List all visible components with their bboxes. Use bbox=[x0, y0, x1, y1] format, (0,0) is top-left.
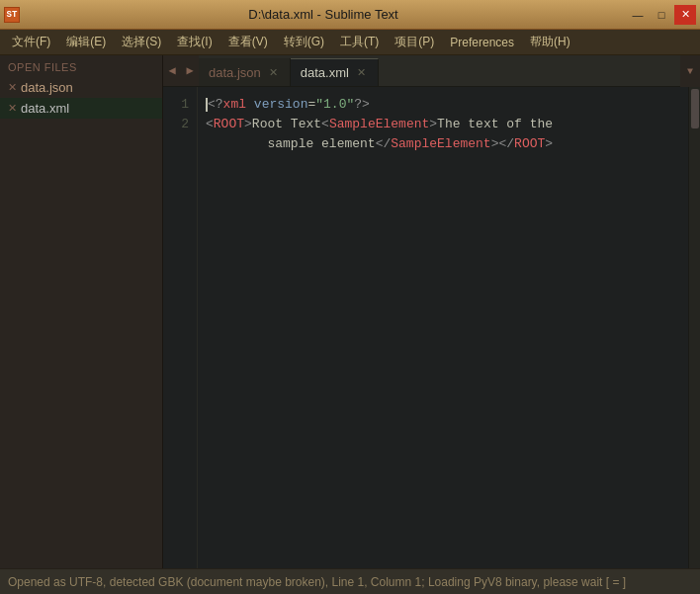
editor-area: ◀ ▶ data.json✕data.xml✕▼ 1 2 <?xml versi… bbox=[163, 55, 700, 568]
menu-item-f[interactable]: 文件(F) bbox=[4, 32, 58, 52]
code-line-1: <?xml version="1.0"?> bbox=[206, 95, 680, 115]
sidebar: OPEN FILES ✕data.json✕data.xml bbox=[0, 55, 163, 568]
tab-bar: ◀ ▶ data.json✕data.xml✕▼ bbox=[163, 55, 700, 87]
line-numbers: 1 2 bbox=[163, 87, 198, 568]
sidebar-file-data-json[interactable]: ✕data.json bbox=[0, 77, 162, 98]
window-title: D:\data.xml - Sublime Text bbox=[20, 7, 627, 22]
tab-nav-left[interactable]: ◀ bbox=[163, 55, 181, 86]
menu-item-e[interactable]: 编辑(E) bbox=[58, 32, 114, 52]
window-controls: — □ ✕ bbox=[627, 5, 696, 25]
menu-item-p[interactable]: 项目(P) bbox=[387, 32, 442, 52]
open-files-header: OPEN FILES bbox=[0, 55, 162, 77]
app-icon-text: ST bbox=[7, 10, 18, 20]
status-bar: Opened as UTF-8, detected GBK (document … bbox=[0, 568, 700, 594]
tab-nav-right[interactable]: ▶ bbox=[181, 55, 199, 86]
tab-label: data.xml bbox=[301, 65, 349, 80]
menu-item-g[interactable]: 转到(G) bbox=[276, 32, 332, 52]
file-close-icon[interactable]: ✕ bbox=[8, 102, 17, 115]
menu-item-s[interactable]: 选择(S) bbox=[114, 32, 169, 52]
maximize-button[interactable]: □ bbox=[651, 5, 672, 25]
main-layout: OPEN FILES ✕data.json✕data.xml ◀ ▶ data.… bbox=[0, 55, 700, 568]
menu-bar: 文件(F)编辑(E)选择(S)查找(I)查看(V)转到(G)工具(T)项目(P)… bbox=[0, 30, 700, 55]
sidebar-file-label: data.json bbox=[21, 80, 73, 95]
title-bar: ST D:\data.xml - Sublime Text — □ ✕ bbox=[0, 0, 700, 30]
code-line-3: sample element</SampleElement></ROOT> bbox=[206, 134, 680, 154]
file-close-icon[interactable]: ✕ bbox=[8, 81, 17, 94]
sidebar-file-label: data.xml bbox=[21, 101, 69, 116]
sidebar-file-data-xml[interactable]: ✕data.xml bbox=[0, 98, 162, 119]
code-line-2: <ROOT>Root Text<SampleElement>The text o… bbox=[206, 115, 680, 134]
menu-item-h[interactable]: 帮助(H) bbox=[522, 32, 578, 52]
code-content[interactable]: <?xml version="1.0"?> <ROOT>Root Text<Sa… bbox=[198, 87, 688, 568]
status-text: Opened as UTF-8, detected GBK (document … bbox=[8, 575, 626, 589]
scrollbar-right[interactable] bbox=[688, 87, 700, 568]
tab-data-xml[interactable]: data.xml✕ bbox=[291, 58, 379, 86]
app-icon: ST bbox=[4, 7, 20, 23]
line-num-1: 1 bbox=[163, 95, 197, 115]
menu-item-v[interactable]: 查看(V) bbox=[220, 32, 276, 52]
line-num-2: 2 bbox=[163, 115, 197, 134]
tab-label: data.json bbox=[209, 65, 261, 80]
tab-data-json[interactable]: data.json✕ bbox=[199, 58, 291, 86]
scrollbar-thumb[interactable] bbox=[691, 89, 699, 128]
tab-close-icon[interactable]: ✕ bbox=[355, 66, 368, 79]
line-num-3 bbox=[163, 134, 197, 154]
close-button[interactable]: ✕ bbox=[674, 5, 696, 25]
minimize-button[interactable]: — bbox=[627, 5, 649, 25]
tab-dropdown[interactable]: ▼ bbox=[680, 55, 700, 87]
tab-close-icon[interactable]: ✕ bbox=[267, 66, 280, 79]
menu-item-t[interactable]: 工具(T) bbox=[332, 32, 387, 52]
code-editor[interactable]: 1 2 <?xml version="1.0"?> <ROOT>Root Tex… bbox=[163, 87, 688, 568]
menu-item-i[interactable]: 查找(I) bbox=[169, 32, 219, 52]
menu-item-preferences[interactable]: Preferences bbox=[442, 34, 522, 51]
